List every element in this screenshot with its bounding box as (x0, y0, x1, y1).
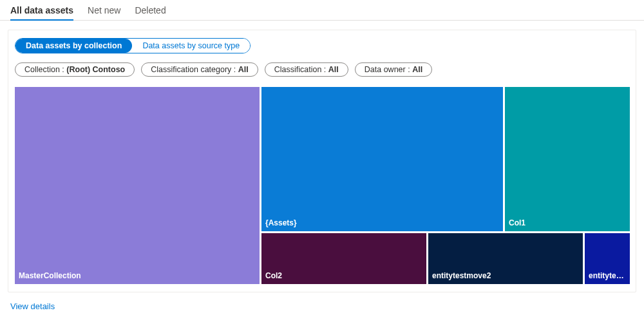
page-tabs: All data assets Net new Deleted (0, 0, 644, 21)
filter-class-value: All (328, 65, 339, 74)
tile-entitytestmove-truncated[interactable]: entitytestmov... (585, 233, 630, 284)
filter-classcat-label: Classification category : (151, 65, 238, 74)
tile-label: entitytestmove2 (432, 271, 580, 280)
filter-owner-value: All (412, 65, 422, 74)
tile-label: Col1 (509, 218, 627, 227)
filter-data-owner[interactable]: Data owner : All (355, 62, 432, 77)
filter-classification[interactable]: Classification : All (265, 62, 348, 77)
filter-collection-label: Collection : (24, 65, 66, 74)
filter-row: Collection : (Root) Contoso Classificati… (15, 62, 632, 77)
tile-mastercollection[interactable]: MasterCollection (15, 87, 260, 284)
view-details-link[interactable]: View details (10, 301, 55, 311)
assets-card: Data assets by collection Data assets by… (8, 30, 636, 292)
tile-label: entitytestmov... (589, 271, 627, 280)
filter-class-label: Classification : (274, 65, 328, 74)
filter-classcat-value: All (238, 65, 249, 74)
tile-label: MasterCollection (19, 271, 257, 280)
treemap-chart: MasterCollection {Assets} Col1 Col2 enti… (15, 87, 630, 284)
tab-all-data-assets[interactable]: All data assets (10, 1, 73, 20)
filter-collection[interactable]: Collection : (Root) Contoso (15, 62, 135, 77)
filter-owner-label: Data owner : (365, 65, 412, 74)
tile-assets[interactable]: {Assets} (261, 87, 503, 231)
tab-net-new[interactable]: Net new (88, 1, 120, 20)
filter-collection-value: (Root) Contoso (66, 65, 125, 74)
tile-col1[interactable]: Col1 (505, 87, 630, 231)
tile-col2[interactable]: Col2 (261, 233, 426, 284)
tab-deleted[interactable]: Deleted (135, 1, 166, 20)
tile-label: {Assets} (265, 218, 500, 227)
view-toggle-group: Data assets by collection Data assets by… (15, 38, 251, 53)
toggle-by-source-type[interactable]: Data assets by source type (132, 39, 250, 53)
tile-label: Col2 (265, 271, 424, 280)
tile-entitytestmove2[interactable]: entitytestmove2 (428, 233, 583, 284)
filter-classification-category[interactable]: Classification category : All (141, 62, 258, 77)
toggle-by-collection[interactable]: Data assets by collection (15, 39, 132, 53)
